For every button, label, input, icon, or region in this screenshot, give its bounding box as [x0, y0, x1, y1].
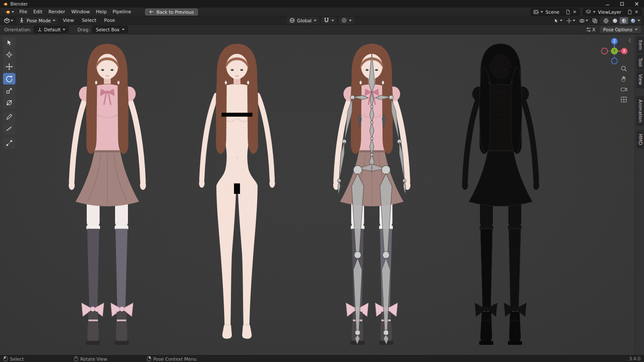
editor-type-button[interactable]: [3, 17, 15, 24]
menu-pipeline[interactable]: Pipeline: [109, 8, 134, 15]
viewport-nav-controls: [620, 65, 627, 103]
chevron-down-icon: [53, 20, 55, 21]
viewport-header: Pose Mode View Select Pose Global: [0, 16, 644, 25]
snap-toggle[interactable]: [321, 17, 337, 24]
blender-logo-icon: [3, 1, 8, 6]
model-clothed[interactable]: [64, 41, 150, 347]
toolbar: [3, 37, 15, 149]
mode-selector[interactable]: Pose Mode: [16, 17, 58, 24]
blender-app-menu-button[interactable]: [3, 9, 16, 15]
armature-pose-icon: [19, 18, 24, 23]
xray-toggle[interactable]: [591, 18, 599, 24]
3d-viewport[interactable]: Z X Y: [0, 34, 635, 355]
annotate-pen-icon: [6, 113, 13, 121]
xray-icon: [592, 18, 598, 24]
hint-rotate-view-label: Rotate View: [80, 356, 107, 362]
unlink-scene-button[interactable]: [572, 10, 577, 14]
workspace: Z X Y Item Tool View Animation MMD: [0, 34, 644, 355]
viewlayer-selector[interactable]: ViewLayer: [583, 9, 641, 15]
chevron-down-icon: [593, 11, 595, 13]
pan-hand-icon[interactable]: [620, 75, 627, 82]
orientation-label: Global: [297, 18, 312, 23]
new-file-icon: [566, 9, 570, 15]
viewlayer-icon: [586, 9, 591, 15]
zoom-icon[interactable]: [620, 65, 627, 72]
tool-rotate[interactable]: [3, 73, 15, 84]
close-button[interactable]: [629, 0, 644, 8]
tool-measure[interactable]: [3, 123, 15, 135]
tab-mmd[interactable]: MMD: [636, 130, 644, 148]
shading-wireframe-button[interactable]: [601, 17, 610, 24]
menu-render[interactable]: Render: [46, 8, 68, 15]
cursor-icon: [6, 51, 13, 58]
scene-selector[interactable]: Scene: [531, 9, 580, 15]
window-titlebar: Blender: [0, 0, 644, 8]
chevron-down-icon: [12, 11, 14, 13]
menu-edit[interactable]: Edit: [30, 8, 45, 15]
drag-dropdown[interactable]: Select Box: [92, 26, 128, 33]
tab-view[interactable]: View: [636, 71, 644, 88]
filter-button[interactable]: X: [585, 27, 597, 33]
tab-item[interactable]: Item: [636, 36, 644, 54]
tab-animation[interactable]: Animation: [636, 96, 644, 126]
orientation-label: Orientation:: [4, 27, 31, 32]
model-wireframe[interactable]: [458, 41, 544, 347]
tool-pose-breakdowner[interactable]: [3, 137, 15, 149]
minimize-button[interactable]: [600, 0, 615, 8]
hint-select: Select: [3, 356, 24, 362]
tool-select-box[interactable]: [3, 37, 15, 48]
menu-help[interactable]: Help: [93, 8, 109, 15]
hint-select-label: Select: [10, 356, 24, 362]
chevron-down-icon: [638, 20, 640, 21]
gizmos-button[interactable]: [565, 18, 577, 24]
menu-window[interactable]: Window: [68, 8, 93, 15]
ortho-grid-icon[interactable]: [620, 96, 627, 103]
menu-view[interactable]: View: [60, 17, 77, 24]
shading-rendered-button[interactable]: [629, 17, 637, 24]
scale-icon: [6, 87, 13, 94]
sidebar-collapse-icon[interactable]: [628, 38, 632, 43]
globe-icon: [289, 18, 295, 23]
tool-transform[interactable]: [3, 97, 15, 109]
proportional-edit-icon: [341, 18, 347, 23]
chevron-down-icon: [122, 29, 125, 30]
chevron-down-icon: [314, 20, 316, 21]
pose-options-button[interactable]: Pose Options: [599, 26, 641, 33]
chevron-down-icon: [541, 11, 543, 13]
object-visibility-button[interactable]: [552, 18, 564, 24]
hint-pose-context-menu: Pose Context Menu: [147, 356, 197, 362]
camera-view-icon[interactable]: [620, 86, 627, 93]
hint-rotate-view: Rotate View: [74, 356, 107, 362]
pointer-icon: [553, 18, 559, 24]
menu-file[interactable]: File: [16, 8, 30, 15]
shading-solid-button[interactable]: [611, 17, 619, 24]
blender-window: Blender File Edit Render Window Help Pip…: [0, 0, 644, 362]
new-scene-button[interactable]: [565, 9, 571, 15]
overlays-button[interactable]: [578, 18, 589, 24]
tool-scale[interactable]: [3, 85, 15, 97]
tab-tool[interactable]: Tool: [636, 54, 644, 70]
model-armature-pose[interactable]: [329, 41, 415, 347]
overlays-icon: [579, 18, 585, 24]
tool-move[interactable]: [3, 61, 15, 72]
shading-material-button[interactable]: [620, 17, 628, 24]
remove-viewlayer-button[interactable]: [634, 10, 639, 14]
mouse-right-icon: [147, 356, 151, 362]
proportional-edit-toggle[interactable]: [339, 17, 354, 24]
new-viewlayer-button[interactable]: [627, 9, 632, 15]
menu-pose[interactable]: Pose: [101, 17, 118, 24]
top-menubar: File Edit Render Window Help Pipeline Ba…: [0, 8, 644, 16]
orientation-dropdown[interactable]: Default: [34, 26, 69, 33]
transform-orientation-selector[interactable]: Global: [287, 17, 319, 24]
view-navigation-gizmo[interactable]: Z X Y: [601, 37, 628, 65]
back-to-previous-button[interactable]: Back to Previous: [145, 9, 197, 15]
menu-select[interactable]: Select: [79, 17, 99, 24]
tool-cursor[interactable]: [3, 49, 15, 60]
tool-annotate[interactable]: [3, 111, 15, 123]
maximize-button[interactable]: [615, 0, 629, 8]
wireframe-sphere-icon: [603, 18, 609, 24]
blender-version: 3.4.0: [629, 356, 641, 361]
drag-value: Select Box: [96, 27, 119, 32]
gizmo-icon: [566, 18, 572, 24]
model-base-body[interactable]: [194, 41, 280, 347]
